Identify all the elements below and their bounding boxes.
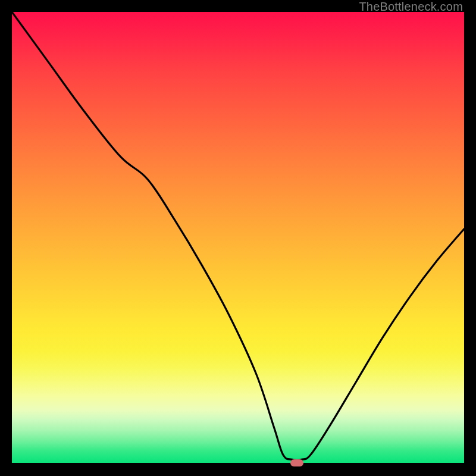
chart-frame: TheBottleneck.com	[0, 0, 476, 476]
bottleneck-curve	[12, 12, 464, 460]
plot-area	[12, 12, 464, 464]
curve-svg	[12, 12, 464, 464]
watermark-text: TheBottleneck.com	[359, 0, 463, 14]
optimum-marker	[290, 459, 303, 466]
